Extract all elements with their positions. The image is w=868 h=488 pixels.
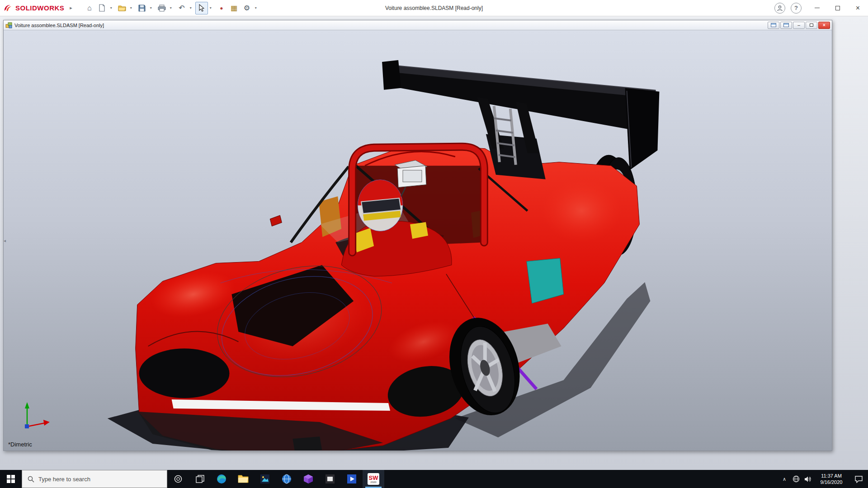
clock-date: 9/16/2020: [814, 479, 849, 485]
maximize-icon: [835, 6, 840, 10]
select-cursor-icon: [198, 4, 204, 12]
cortana-icon: [174, 474, 183, 483]
doc-minimize-icon: –: [797, 23, 800, 28]
print-dropdown[interactable]: ▾: [168, 2, 174, 14]
system-tray: ∧ 11:37 AM 9/16/2020: [778, 470, 868, 488]
design-table-button[interactable]: ▦: [228, 2, 241, 14]
search-placeholder: Type here to search: [38, 476, 90, 483]
globe-browser-icon: [281, 474, 292, 484]
help-button[interactable]: ?: [791, 3, 802, 14]
solidworks-app-label: SW: [369, 475, 378, 481]
terminal-icon: [325, 474, 335, 484]
photos-icon: [260, 474, 270, 484]
clock-time: 11:37 AM: [814, 473, 849, 479]
viewport-pane-icon: [771, 23, 776, 27]
side-mirror[interactable]: [270, 216, 282, 226]
minimize-button[interactable]: [807, 0, 827, 16]
speaker-icon: [804, 476, 812, 483]
undo-button[interactable]: ↶: [175, 2, 188, 14]
taskbar-app-3d-viewer[interactable]: [297, 470, 319, 488]
orientation-triad[interactable]: [25, 402, 50, 428]
taskbar-search[interactable]: Type here to search: [22, 470, 167, 488]
tray-network-button[interactable]: [790, 470, 802, 488]
task-view-icon: [196, 475, 204, 483]
gear-icon: ⚙: [244, 4, 250, 12]
save-dropdown[interactable]: ▾: [148, 2, 154, 14]
assembly-document-icon: [5, 22, 12, 28]
print-button[interactable]: [156, 2, 168, 14]
panel-collapse-arrow[interactable]: ◂: [4, 235, 8, 246]
macro-icon: ●: [220, 5, 223, 11]
save-button[interactable]: [136, 2, 148, 14]
taskbar-app-browser[interactable]: [276, 470, 297, 488]
undo-dropdown[interactable]: ▾: [188, 2, 193, 14]
search-icon: [28, 476, 34, 483]
new-document-dropdown[interactable]: ▾: [108, 2, 114, 14]
windows-taskbar: Type here to search: [0, 470, 868, 488]
close-icon: ×: [856, 5, 860, 12]
open-dropdown[interactable]: ▾: [128, 2, 134, 14]
print-icon: [158, 5, 166, 12]
open-button[interactable]: [116, 2, 128, 14]
maximize-button[interactable]: [827, 0, 848, 16]
home-icon: ⌂: [87, 4, 92, 12]
document-titlebar[interactable]: Voiture assomblee.SLDASM [Read-only] – ×: [4, 20, 832, 30]
minimize-icon: [815, 8, 820, 8]
select-dropdown[interactable]: ▾: [208, 2, 213, 14]
taskbar-app-media[interactable]: [341, 470, 363, 488]
doc-viewport-layout-button[interactable]: [768, 22, 779, 29]
action-center-button[interactable]: [849, 470, 868, 488]
macro-button[interactable]: ●: [215, 2, 228, 14]
3d-model-canvas[interactable]: [4, 30, 832, 450]
doc-restore-button[interactable]: [806, 22, 817, 29]
save-icon: [138, 5, 146, 12]
action-center-icon: [854, 475, 863, 483]
new-document-icon: [99, 4, 105, 12]
doc-split-view-button[interactable]: [780, 22, 792, 29]
app-titlebar: Voiture assomblee.SLDASM [Read-only] SOL…: [0, 0, 868, 16]
taskbar-clock[interactable]: 11:37 AM 9/16/2020: [814, 473, 849, 486]
network-globe-icon: [793, 475, 800, 483]
solidworks-menu-logo[interactable]: SOLIDWORKS: [0, 4, 69, 13]
edge-icon: [216, 474, 227, 484]
menu-flyout-chevron-icon[interactable]: ▸: [70, 5, 72, 11]
brand-text: SOLIDWORKS: [15, 4, 64, 12]
taskbar-app-edge[interactable]: [211, 470, 232, 488]
document-window: Voiture assomblee.SLDASM [Read-only] – ×: [3, 20, 832, 451]
help-icon: ?: [794, 5, 798, 11]
taskbar-app-solidworks[interactable]: SW 2020: [363, 470, 384, 488]
undo-icon: ↶: [179, 4, 184, 12]
open-folder-icon: [118, 5, 126, 11]
home-button[interactable]: ⌂: [83, 2, 96, 14]
view-orientation-label: *Dimetric: [8, 441, 32, 448]
tray-show-hidden-icons[interactable]: ∧: [778, 470, 790, 488]
taskbar-app-photos[interactable]: [254, 470, 276, 488]
doc-close-button[interactable]: ×: [818, 22, 830, 29]
close-button[interactable]: ×: [848, 0, 868, 16]
ds-logo-icon: [4, 4, 14, 13]
windows-logo-icon: [7, 475, 15, 483]
options-dropdown[interactable]: ▾: [253, 2, 259, 14]
solidworks-app-year: 2020: [370, 481, 376, 483]
select-button[interactable]: [195, 2, 208, 14]
quick-access-toolbar: ⌂ ▾ ▾: [83, 2, 260, 14]
user-icon: [777, 5, 783, 11]
tray-volume-button[interactable]: [802, 470, 814, 488]
3d-viewer-icon: [303, 474, 313, 484]
graphics-area[interactable]: ◂ *Dimetric: [4, 30, 832, 450]
design-table-icon: ▦: [231, 4, 237, 12]
helmet[interactable]: [358, 180, 403, 231]
user-account-button[interactable]: [774, 3, 785, 14]
doc-minimize-button[interactable]: –: [793, 22, 805, 29]
cortana-button[interactable]: [167, 470, 189, 488]
split-pane-icon: [783, 23, 789, 27]
start-button[interactable]: [0, 470, 22, 488]
taskbar-app-terminal[interactable]: [319, 470, 341, 488]
document-title: Voiture assomblee.SLDASM [Read-only]: [14, 23, 104, 28]
new-document-button[interactable]: [96, 2, 108, 14]
taskbar-app-file-explorer[interactable]: [232, 470, 254, 488]
task-view-button[interactable]: [189, 470, 211, 488]
options-button[interactable]: ⚙: [241, 2, 253, 14]
solidworks-app-icon: SW 2020: [368, 473, 379, 485]
media-icon: [347, 474, 357, 484]
